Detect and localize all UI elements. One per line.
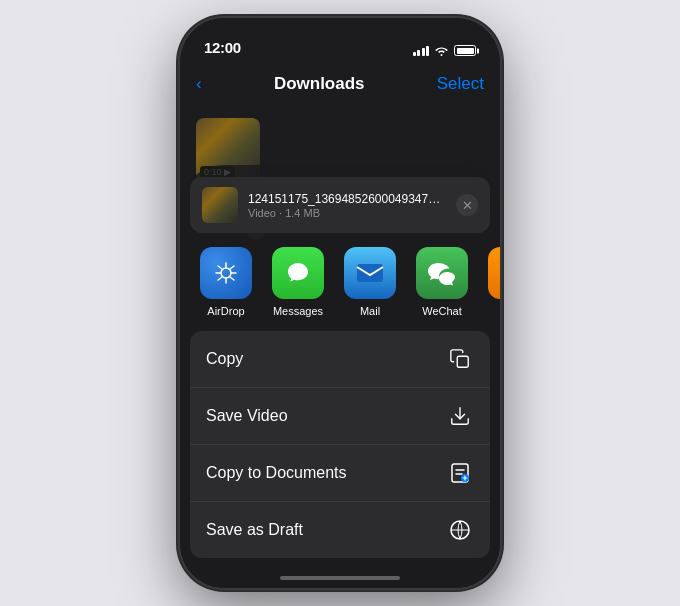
share-sheet: 124151175_13694852600049347_324... Video… — [180, 165, 500, 588]
action-save-as-draft[interactable]: Save as Draft — [190, 502, 490, 558]
document-icon — [446, 459, 474, 487]
app-item-airdrop[interactable]: AirDrop — [190, 247, 262, 317]
wifi-icon — [434, 45, 449, 56]
nav-bar: ‹ Downloads Select — [180, 62, 500, 106]
nav-title: Downloads — [274, 74, 365, 94]
selected-file-type: Video — [248, 207, 276, 219]
download-icon — [446, 402, 474, 430]
more-apps-icon — [488, 247, 500, 299]
status-time: 12:00 — [204, 39, 241, 56]
mail-label: Mail — [360, 305, 380, 317]
action-copy-to-documents-label: Copy to Documents — [206, 464, 446, 482]
battery-icon — [454, 45, 476, 56]
action-copy-label: Copy — [206, 350, 446, 368]
selected-file-name: 124151175_13694852600049347_324... — [248, 192, 446, 206]
app-item-more[interactable] — [478, 247, 500, 317]
wechat-label: WeChat — [422, 305, 462, 317]
selected-file-meta: Video · 1.4 MB — [248, 207, 446, 219]
action-save-video-label: Save Video — [206, 407, 446, 425]
messages-icon — [272, 247, 324, 299]
app-item-wechat[interactable]: WeChat — [406, 247, 478, 317]
action-copy-to-documents[interactable]: Copy to Documents — [190, 445, 490, 502]
mail-icon — [344, 247, 396, 299]
home-bar — [280, 576, 400, 580]
signal-icon — [413, 46, 430, 56]
back-button[interactable]: ‹ — [196, 74, 202, 94]
app-item-messages[interactable]: Messages — [262, 247, 334, 317]
copy-icon — [446, 345, 474, 373]
action-save-as-draft-label: Save as Draft — [206, 521, 446, 539]
select-button[interactable]: Select — [437, 74, 484, 94]
phone-frame: 12:00 ‹ Downloads Select — [180, 18, 500, 588]
status-icons — [413, 45, 477, 56]
svg-rect-1 — [357, 264, 383, 282]
dismiss-button[interactable]: ✕ — [456, 194, 478, 216]
home-indicator — [180, 568, 500, 588]
selected-info: 124151175_13694852600049347_324... Video… — [248, 192, 446, 219]
action-save-video[interactable]: Save Video — [190, 388, 490, 445]
selected-file-bar: 124151175_13694852600049347_324... Video… — [190, 177, 490, 233]
app-item-mail[interactable]: Mail — [334, 247, 406, 317]
airdrop-icon — [200, 247, 252, 299]
screen: 12:00 ‹ Downloads Select — [180, 18, 500, 588]
svg-rect-5 — [457, 356, 468, 367]
notch — [280, 18, 400, 44]
wordpress-icon — [446, 516, 474, 544]
selected-thumbnail — [202, 187, 238, 223]
action-copy[interactable]: Copy — [190, 331, 490, 388]
airdrop-label: AirDrop — [207, 305, 244, 317]
app-row: AirDrop Messages — [180, 233, 500, 327]
messages-label: Messages — [273, 305, 323, 317]
action-list: Copy Save Video — [190, 331, 490, 558]
selected-file-size: 1.4 MB — [285, 207, 320, 219]
wechat-icon — [416, 247, 468, 299]
